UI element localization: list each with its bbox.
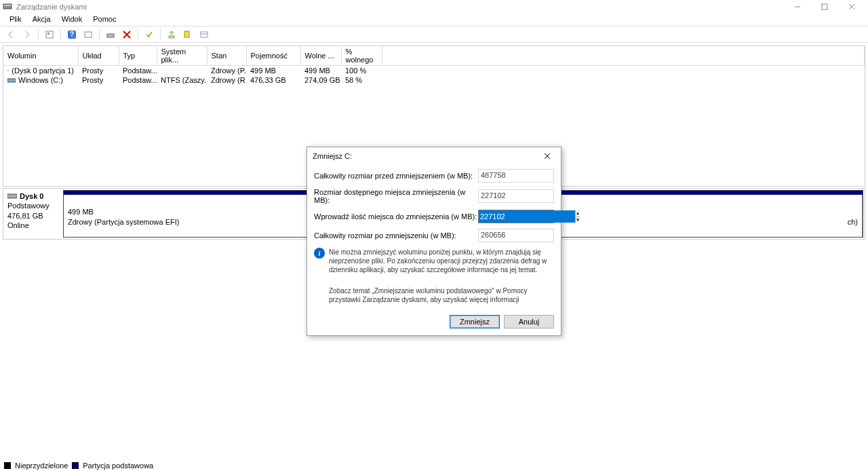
total-before-value: 487758 xyxy=(478,169,554,183)
total-after-value: 260656 xyxy=(478,229,554,242)
spinner-down-button[interactable]: ▼ xyxy=(576,217,580,223)
total-before-label: Całkowity rozmiar przed zmniejszeniem (w… xyxy=(314,172,478,180)
info-message-1: i Nie można zmniejszyć woluminu poniżej … xyxy=(314,248,554,274)
dialog-title: Zmniejsz C: xyxy=(313,152,539,160)
dialog-titlebar: Zmniejsz C: xyxy=(307,147,561,165)
shrink-dialog: Zmniejsz C: Całkowity rozmiar przed zmni… xyxy=(307,147,561,336)
dialog-close-button[interactable] xyxy=(539,148,555,164)
dialog-backdrop: Zmniejsz C: Całkowity rozmiar przed zmni… xyxy=(0,0,868,471)
available-value: 227102 xyxy=(478,189,554,203)
shrink-amount-spinner[interactable]: ▲ ▼ xyxy=(478,210,554,223)
info-icon: i xyxy=(314,248,325,259)
total-after-label: Całkowity rozmiar po zmniejszeniu (w MB)… xyxy=(314,231,478,240)
shrink-amount-label: Wprowadź ilość miejsca do zmniejszenia (… xyxy=(314,212,478,221)
cancel-button[interactable]: Anuluj xyxy=(504,315,554,328)
spinner-up-button[interactable]: ▲ xyxy=(576,210,580,217)
info-message-2: Zobacz temat „Zmniejszanie woluminu pods… xyxy=(314,286,554,304)
shrink-amount-input[interactable] xyxy=(479,210,575,223)
shrink-button[interactable]: Zmniejsz xyxy=(450,315,500,328)
available-label: Rozmiar dostępnego miejsca zmniejszenia … xyxy=(314,188,478,204)
